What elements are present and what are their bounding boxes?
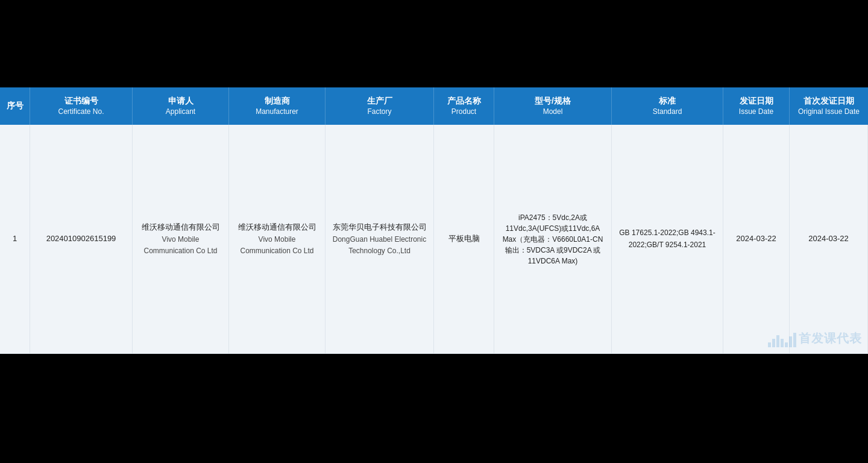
cell-factory: 东莞华贝电子科技有限公司 DongGuan Huabel Electronic … bbox=[326, 125, 434, 353]
header-model: 型号/规格 Model bbox=[494, 87, 612, 125]
cell-seq: 1 bbox=[0, 125, 30, 353]
watermark-bars bbox=[768, 329, 796, 347]
table-row: 1 2024010902615199 维沃移动通信有限公司 Vivo Mobil… bbox=[0, 125, 868, 354]
header-applicant: 申请人 Applicant bbox=[133, 87, 229, 125]
header-issue-date: 发证日期 Issue Date bbox=[723, 87, 790, 125]
header-orig-issue: 首次发证日期 Original Issue Date bbox=[790, 87, 868, 125]
table-container: 序号 证书编号 Certificate No. 申请人 Applicant 制造… bbox=[0, 87, 868, 354]
table-header: 序号 证书编号 Certificate No. 申请人 Applicant 制造… bbox=[0, 87, 868, 125]
header-seq: 序号 bbox=[0, 87, 30, 125]
cell-cert-no: 2024010902615199 bbox=[30, 125, 133, 353]
bar-1 bbox=[768, 342, 771, 347]
cell-orig-issue-date: 2024-03-22 bbox=[790, 125, 868, 353]
watermark: 首发课代表 bbox=[768, 329, 862, 347]
header-standard: 标准 Standard bbox=[612, 87, 723, 125]
cell-issue-date: 2024-03-22 bbox=[723, 125, 790, 353]
bottom-black-bar bbox=[0, 354, 868, 447]
cell-product: 平板电脑 bbox=[434, 125, 494, 353]
cell-standard: GB 17625.1-2022;GB 4943.1-2022;GB/T 9254… bbox=[612, 125, 723, 353]
cell-manufacturer: 维沃移动通信有限公司 Vivo Mobile Communication Co … bbox=[229, 125, 326, 353]
bar-6 bbox=[789, 336, 792, 347]
bar-3 bbox=[776, 335, 779, 347]
header-cert: 证书编号 Certificate No. bbox=[30, 87, 133, 125]
bar-4 bbox=[781, 339, 784, 347]
header-factory: 生产厂 Factory bbox=[326, 87, 434, 125]
header-manufacturer: 制造商 Manufacturer bbox=[229, 87, 326, 125]
header-product: 产品名称 Product bbox=[434, 87, 494, 125]
bar-2 bbox=[772, 339, 775, 347]
bar-7 bbox=[793, 333, 796, 347]
watermark-text: 首发课代表 bbox=[799, 330, 862, 347]
cell-model: iPA2475：5Vdc,2A或11Vdc,3A(UFCS)或11Vdc,6A … bbox=[494, 125, 612, 353]
bar-5 bbox=[785, 342, 788, 347]
top-black-bar bbox=[0, 0, 868, 87]
cell-applicant: 维沃移动通信有限公司 Vivo Mobile Communication Co … bbox=[133, 125, 229, 353]
